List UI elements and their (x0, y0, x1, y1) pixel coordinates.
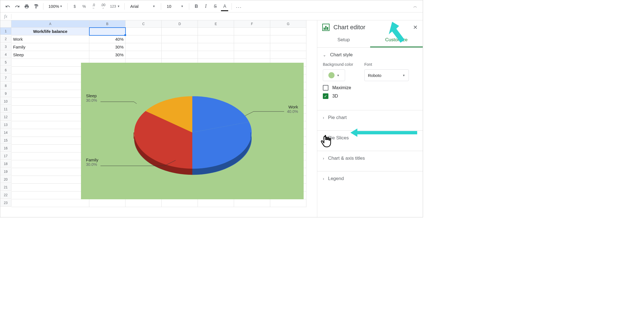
row-header-23[interactable]: 23 (0, 199, 11, 207)
cell[interactable] (11, 90, 89, 98)
cell-B3[interactable]: 30% (89, 43, 126, 51)
spreadsheet[interactable]: A B C D E F G 1 Work/life balance 2 Work… (0, 20, 317, 217)
section-legend[interactable]: › Legend (317, 171, 423, 186)
zoom-select[interactable]: 100%▼ (46, 4, 65, 9)
cell[interactable] (234, 199, 270, 207)
cell[interactable] (126, 51, 162, 59)
decrease-decimal-button[interactable]: .0← (89, 2, 98, 11)
print-button[interactable] (23, 2, 31, 11)
col-header-E[interactable]: E (198, 20, 234, 28)
row-header-11[interactable]: 11 (0, 106, 11, 113)
cell[interactable] (11, 152, 89, 160)
undo-button[interactable] (4, 2, 12, 11)
cell[interactable] (11, 59, 89, 67)
cell[interactable] (11, 121, 89, 129)
cell[interactable] (270, 43, 306, 51)
cell[interactable] (11, 129, 89, 137)
row-header-21[interactable]: 21 (0, 184, 11, 191)
tab-customize[interactable]: Customize (370, 33, 423, 47)
cell[interactable] (11, 168, 89, 176)
section-pie-chart[interactable]: › Pie chart (317, 110, 423, 125)
cell[interactable] (11, 145, 89, 152)
cell[interactable] (234, 51, 270, 59)
text-color-button[interactable]: A (220, 2, 229, 11)
col-header-A[interactable]: A (11, 20, 89, 28)
cell[interactable] (11, 191, 89, 199)
row-header-9[interactable]: 9 (0, 90, 11, 97)
row-header-6[interactable]: 6 (0, 67, 11, 74)
tab-setup[interactable]: Setup (317, 33, 370, 47)
3d-checkbox-row[interactable]: ✓ 3D (323, 93, 417, 99)
cell[interactable] (11, 137, 89, 145)
cell[interactable] (198, 199, 234, 207)
row-header-17[interactable]: 17 (0, 152, 11, 160)
cell[interactable] (198, 28, 234, 35)
bold-button[interactable]: B (192, 2, 200, 11)
italic-button[interactable]: I (201, 2, 210, 11)
close-button[interactable]: ✕ (413, 24, 418, 31)
section-chart-style[interactable]: ⌄ Chart style (317, 48, 423, 62)
row-header-4[interactable]: 4 (0, 51, 11, 58)
col-header-G[interactable]: G (270, 20, 306, 28)
redo-button[interactable] (13, 2, 21, 11)
more-button[interactable]: ... (235, 2, 243, 11)
cell[interactable] (126, 35, 162, 43)
cell-B1[interactable] (89, 28, 126, 35)
cell[interactable] (11, 176, 89, 184)
cell[interactable] (270, 199, 306, 207)
row-header-14[interactable]: 14 (0, 129, 11, 136)
strike-button[interactable]: S (211, 2, 219, 11)
cell[interactable] (162, 199, 198, 207)
cell[interactable] (11, 98, 89, 106)
maximize-checkbox-row[interactable]: Maximize (323, 85, 417, 91)
cell[interactable] (11, 106, 89, 113)
cell[interactable] (234, 35, 270, 43)
currency-button[interactable]: $ (70, 2, 79, 11)
font-picker[interactable]: Roboto▼ (364, 69, 409, 81)
row-header-22[interactable]: 22 (0, 191, 11, 199)
cell[interactable] (270, 28, 306, 35)
cell-A2[interactable]: Work (11, 35, 89, 43)
cell[interactable] (234, 28, 270, 35)
cell[interactable] (126, 43, 162, 51)
cell[interactable] (89, 199, 126, 207)
row-header-19[interactable]: 19 (0, 168, 11, 175)
section-chart-axis-titles[interactable]: › Chart & axis titles (317, 151, 423, 166)
row-header-18[interactable]: 18 (0, 160, 11, 168)
row-header-7[interactable]: 7 (0, 74, 11, 82)
row-header-5[interactable]: 5 (0, 59, 11, 66)
bg-color-picker[interactable]: ▼ (323, 69, 345, 81)
row-header-15[interactable]: 15 (0, 137, 11, 144)
col-header-F[interactable]: F (234, 20, 270, 28)
increase-decimal-button[interactable]: .00→ (99, 2, 107, 11)
cell[interactable] (162, 43, 198, 51)
cell[interactable] (126, 28, 162, 35)
cell[interactable] (11, 184, 89, 191)
cell[interactable] (11, 67, 89, 74)
cell[interactable] (198, 43, 234, 51)
col-header-C[interactable]: C (126, 20, 162, 28)
cell[interactable] (11, 82, 89, 90)
row-header-8[interactable]: 8 (0, 82, 11, 89)
fontsize-select[interactable]: 10▼ (164, 4, 186, 9)
cell[interactable] (198, 35, 234, 43)
cell[interactable] (162, 35, 198, 43)
col-header-B[interactable]: B (89, 20, 126, 28)
cell-A4[interactable]: Sleep (11, 51, 89, 59)
cell-A3[interactable]: Family (11, 43, 89, 51)
cell[interactable] (126, 199, 162, 207)
row-header-1[interactable]: 1 (0, 28, 11, 35)
percent-button[interactable]: % (80, 2, 88, 11)
collapse-toolbar-button[interactable]: ︿ (411, 2, 419, 11)
row-header-12[interactable]: 12 (0, 113, 11, 121)
cell[interactable] (270, 35, 306, 43)
row-header-3[interactable]: 3 (0, 43, 11, 50)
select-all-corner[interactable] (0, 20, 11, 28)
col-header-D[interactable]: D (162, 20, 198, 28)
cell[interactable] (11, 199, 89, 207)
chart[interactable]: Sleep30.0% Family30.0% Work40.0% (81, 63, 304, 199)
row-header-10[interactable]: 10 (0, 98, 11, 105)
cell-B2[interactable]: 40% (89, 35, 126, 43)
row-header-20[interactable]: 20 (0, 176, 11, 183)
cell[interactable] (162, 51, 198, 59)
